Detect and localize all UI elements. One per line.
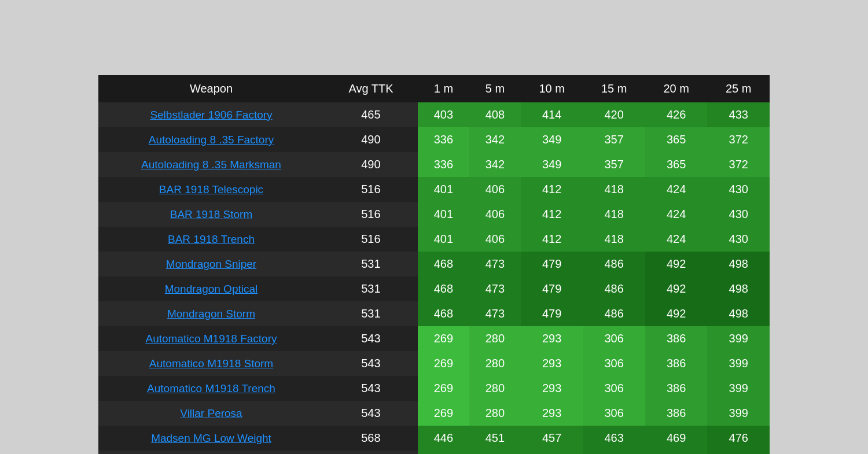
cell-1m: 269 — [418, 326, 469, 351]
header-20m: 20 m — [645, 75, 708, 102]
cell-25m: 372 — [707, 127, 770, 152]
cell-15m: 418 — [583, 177, 645, 202]
header-5m: 5 m — [469, 75, 521, 102]
cell-15m: 420 — [583, 102, 645, 127]
cell-1m: 336 — [418, 152, 469, 177]
cell-15m: 357 — [583, 127, 645, 152]
cell-5m: 451 — [469, 426, 521, 451]
cell-5m: 342 — [469, 152, 521, 177]
cell-10m: 349 — [521, 127, 583, 152]
table-row: BAR 1918 Trench516401406412418424430 — [98, 227, 770, 252]
weapon-link[interactable]: Automatico M1918 Storm — [149, 357, 273, 370]
cell-1m: 336 — [418, 127, 469, 152]
weapon-name-cell: BAR 1918 Storm — [98, 202, 324, 227]
header-25m: 25 m — [707, 75, 770, 102]
cell-15m: 418 — [583, 202, 645, 227]
weapon-name-cell: BAR 1918 Telescopic — [98, 177, 324, 202]
cell-5m: 342 — [469, 127, 521, 152]
cell-1m: 403 — [418, 102, 469, 127]
cell-1m: 446 — [418, 426, 469, 451]
avg-ttk-cell: 490 — [324, 152, 418, 177]
cell-15m: 306 — [583, 351, 645, 376]
avg-ttk-cell: 490 — [324, 127, 418, 152]
weapon-link[interactable]: Autoloading 8 .35 Factory — [149, 134, 274, 146]
cell-1m: 468 — [418, 252, 469, 276]
table-row: Villar Perosa543269280293306386399 — [98, 401, 770, 426]
cell-10m: 457 — [521, 426, 583, 451]
weapon-link[interactable]: Automatico M1918 Factory — [145, 333, 277, 345]
weapon-stats-table: Weapon Avg TTK 1 m 5 m 10 m 15 m 20 m 25… — [98, 75, 770, 454]
cell-5m: 473 — [469, 301, 521, 326]
table-row: Mondragon Storm531468473479486492498 — [98, 301, 770, 326]
cell-15m: 418 — [583, 227, 645, 252]
cell-10m: 349 — [521, 152, 583, 177]
avg-ttk-cell: 543 — [324, 351, 418, 376]
weapon-name-cell: BAR 1918 Trench — [98, 227, 324, 252]
table-row: Automatico M1918 Storm543269280293306386… — [98, 351, 770, 376]
cell-25m: 498 — [707, 252, 770, 276]
cell-15m: 306 — [583, 376, 645, 401]
avg-ttk-cell: 531 — [324, 301, 418, 326]
cell-20m: 492 — [645, 252, 708, 276]
cell-1m: 468 — [418, 276, 469, 301]
cell-20m: 492 — [645, 276, 708, 301]
weapon-name-cell: Villar Perosa — [98, 401, 324, 426]
cell-10m: 293 — [521, 376, 583, 401]
weapon-name-cell: Automatico M1918 Storm — [98, 351, 324, 376]
weapon-name-cell: Madsen MG Low Weight — [98, 426, 324, 451]
cell-25m: 498 — [707, 276, 770, 301]
header-1m: 1 m — [418, 75, 469, 102]
cell-5m: 451 — [469, 451, 521, 454]
weapon-link[interactable]: Mondragon Sniper — [166, 258, 256, 270]
cell-20m: 469 — [645, 451, 708, 454]
cell-10m: 479 — [521, 276, 583, 301]
weapon-link[interactable]: Mondragon Storm — [167, 308, 255, 320]
cell-20m: 386 — [645, 401, 708, 426]
cell-10m: 412 — [521, 177, 583, 202]
avg-ttk-cell: 568 — [324, 426, 418, 451]
cell-15m: 486 — [583, 301, 645, 326]
weapon-link[interactable]: BAR 1918 Telescopic — [159, 183, 263, 195]
table-row: Selbstlader 1906 Factory4654034084144204… — [98, 102, 770, 127]
cell-10m: 457 — [521, 451, 583, 454]
cell-25m: 399 — [707, 326, 770, 351]
cell-15m: 306 — [583, 326, 645, 351]
cell-15m: 357 — [583, 152, 645, 177]
cell-5m: 406 — [469, 202, 521, 227]
cell-20m: 424 — [645, 227, 708, 252]
weapon-name-cell: Autoloading 8 .35 Factory — [98, 127, 324, 152]
cell-5m: 280 — [469, 401, 521, 426]
cell-10m: 412 — [521, 227, 583, 252]
cell-20m: 426 — [645, 102, 708, 127]
cell-5m: 280 — [469, 326, 521, 351]
weapon-link[interactable]: Mondragon Optical — [165, 283, 258, 295]
table-row: Automatico M1918 Factory5432692802933063… — [98, 326, 770, 351]
cell-20m: 424 — [645, 177, 708, 202]
cell-10m: 293 — [521, 326, 583, 351]
table-row: Madsen MG Storm568446451457463469476 — [98, 451, 770, 454]
cell-15m: 486 — [583, 252, 645, 276]
table-row: Madsen MG Low Weight56844645145746346947… — [98, 426, 770, 451]
cell-25m: 430 — [707, 177, 770, 202]
avg-ttk-cell: 568 — [324, 451, 418, 454]
weapon-name-cell: Mondragon Sniper — [98, 252, 324, 276]
cell-20m: 365 — [645, 152, 708, 177]
weapon-link[interactable]: Villar Perosa — [180, 407, 242, 419]
table-row: Mondragon Sniper531468473479486492498 — [98, 252, 770, 276]
cell-1m: 401 — [418, 177, 469, 202]
weapon-link[interactable]: Automatico M1918 Trench — [147, 382, 275, 394]
weapon-link[interactable]: Madsen MG Low Weight — [151, 432, 271, 444]
weapon-link[interactable]: BAR 1918 Storm — [170, 208, 253, 220]
avg-ttk-cell: 531 — [324, 276, 418, 301]
cell-10m: 414 — [521, 102, 583, 127]
weapon-link[interactable]: Autoloading 8 .35 Marksman — [141, 158, 281, 171]
cell-20m: 386 — [645, 351, 708, 376]
weapon-link[interactable]: Selbstlader 1906 Factory — [150, 109, 272, 121]
weapon-link[interactable]: BAR 1918 Trench — [168, 233, 255, 245]
cell-5m: 406 — [469, 177, 521, 202]
header-avg-ttk: Avg TTK — [324, 75, 418, 102]
avg-ttk-cell: 465 — [324, 102, 418, 127]
main-table-container: Weapon Avg TTK 1 m 5 m 10 m 15 m 20 m 25… — [98, 75, 770, 454]
cell-1m: 269 — [418, 351, 469, 376]
table-row: Mondragon Optical531468473479486492498 — [98, 276, 770, 301]
